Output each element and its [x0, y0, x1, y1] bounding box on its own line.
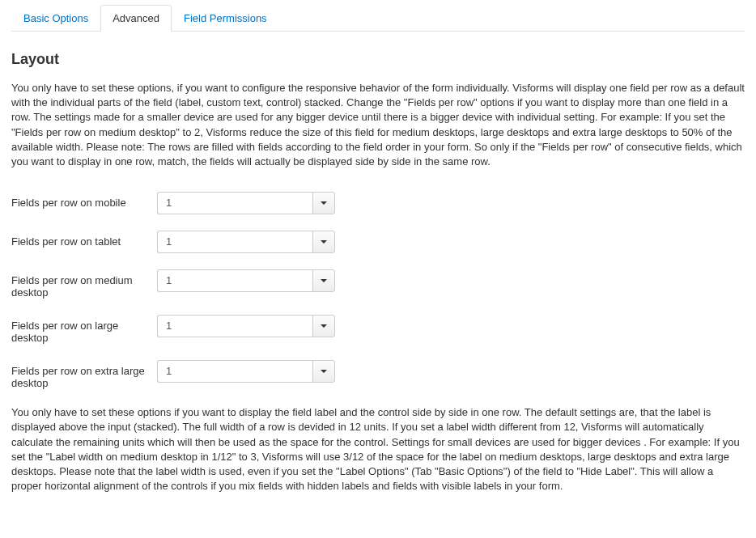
select-value: 1	[157, 315, 312, 337]
chevron-down-icon	[321, 370, 327, 373]
label-fields-per-row-mobile: Fields per row on mobile	[11, 192, 157, 209]
select-fields-per-row-medium[interactable]: 1	[157, 269, 335, 292]
field-row-xlarge: Fields per row on extra large desktop 1	[11, 360, 745, 389]
tab-field-permissions[interactable]: Field Permissions	[172, 5, 279, 32]
tab-content: Layout You only have to set these option…	[0, 32, 756, 521]
field-row-large: Fields per row on large desktop 1	[11, 315, 745, 344]
select-fields-per-row-xlarge[interactable]: 1	[157, 360, 335, 383]
field-row-medium: Fields per row on medium desktop 1	[11, 269, 745, 299]
dropdown-button[interactable]	[312, 315, 335, 337]
layout-description-2: You only have to set these options if yo…	[11, 405, 745, 494]
label-fields-per-row-xlarge: Fields per row on extra large desktop	[11, 360, 157, 389]
select-fields-per-row-tablet[interactable]: 1	[157, 231, 335, 253]
layout-description-1: You only have to set these options, if y…	[11, 81, 745, 169]
label-fields-per-row-large: Fields per row on large desktop	[11, 315, 157, 344]
select-value: 1	[157, 360, 312, 383]
label-fields-per-row-tablet: Fields per row on tablet	[11, 231, 157, 248]
field-row-tablet: Fields per row on tablet 1	[11, 231, 745, 253]
select-value: 1	[157, 192, 312, 214]
dropdown-button[interactable]	[312, 269, 335, 292]
select-value: 1	[157, 231, 312, 253]
tabs-bar: Basic Options Advanced Field Permissions	[11, 5, 745, 32]
select-fields-per-row-large[interactable]: 1	[157, 315, 335, 337]
field-row-mobile: Fields per row on mobile 1	[11, 192, 745, 214]
chevron-down-icon	[321, 279, 327, 282]
chevron-down-icon	[321, 201, 327, 205]
tab-advanced[interactable]: Advanced	[100, 5, 172, 32]
label-fields-per-row-medium: Fields per row on medium desktop	[11, 269, 157, 299]
select-value: 1	[157, 269, 312, 292]
dropdown-button[interactable]	[312, 360, 335, 383]
section-title: Layout	[11, 51, 745, 68]
tab-basic-options[interactable]: Basic Options	[11, 5, 100, 32]
chevron-down-icon	[321, 324, 327, 328]
dropdown-button[interactable]	[312, 231, 335, 253]
dropdown-button[interactable]	[312, 192, 335, 214]
select-fields-per-row-mobile[interactable]: 1	[157, 192, 335, 214]
chevron-down-icon	[321, 240, 327, 244]
